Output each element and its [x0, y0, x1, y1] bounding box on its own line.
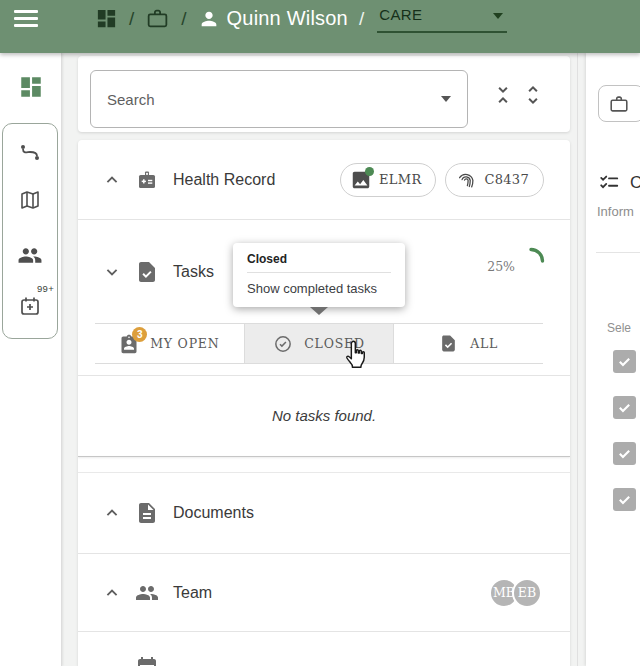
- team-avatars: MB EB: [489, 578, 542, 608]
- map-icon[interactable]: [18, 188, 42, 212]
- app-window: / / Quinn Wilson / CARE: [0, 0, 640, 666]
- tooltip-arrow-icon: [310, 307, 328, 315]
- case-button[interactable]: [598, 85, 640, 122]
- status-dot: [365, 167, 374, 176]
- chevron-down-icon[interactable]: [102, 262, 122, 282]
- dashboard-icon[interactable]: [95, 7, 118, 30]
- record-id-badge[interactable]: C8437: [445, 163, 544, 197]
- document-icon: [135, 501, 159, 525]
- tooltip: Closed Show completed tasks: [233, 243, 405, 307]
- details-description: Inform: [597, 204, 634, 219]
- chevron-up-icon[interactable]: [102, 170, 122, 190]
- checklist-icon: [598, 172, 620, 194]
- section-next-partial[interactable]: [78, 632, 570, 666]
- assignment-person-icon: 3: [119, 334, 139, 354]
- section-health-record[interactable]: Health Record ELMR C8437: [78, 140, 570, 219]
- checkbox-checked-icon[interactable]: [613, 396, 636, 419]
- tasks-filter-tabs: 3 MY OPEN CLOSED ALL: [95, 323, 543, 364]
- module-select[interactable]: CARE: [377, 4, 507, 33]
- person-icon: [198, 8, 220, 30]
- details-title: C: [630, 173, 640, 193]
- notification-count-badge: 99+: [37, 283, 54, 294]
- progress-arc-icon: [516, 246, 546, 276]
- chevron-down-icon: [441, 96, 451, 102]
- sidebar: 99+: [0, 53, 62, 666]
- pill-label: C8437: [484, 172, 529, 187]
- check-circle-icon: [273, 334, 293, 354]
- briefcase-icon[interactable]: [145, 6, 170, 31]
- module-select-value: CARE: [379, 6, 422, 23]
- calendar-add-icon[interactable]: [18, 294, 42, 318]
- tasks-progress: 25%: [487, 246, 546, 276]
- open-count-badge: 3: [132, 327, 147, 342]
- group-icon: [135, 581, 159, 605]
- section-team[interactable]: Team MB EB: [78, 554, 570, 631]
- unfold-more-icon: [521, 83, 545, 107]
- checkbox-checked-icon[interactable]: [613, 350, 636, 373]
- search-input[interactable]: Search: [90, 70, 468, 128]
- main-panel: Search Health Record: [62, 53, 578, 666]
- image-icon: [350, 169, 372, 191]
- elmr-badge[interactable]: ELMR: [340, 163, 436, 197]
- group-icon[interactable]: [18, 243, 43, 268]
- breadcrumb-separator: /: [129, 8, 134, 30]
- search-toolbar: Search: [78, 56, 570, 132]
- section-title: Documents: [173, 504, 254, 522]
- checkbox-checked-icon[interactable]: [613, 488, 636, 511]
- breadcrumb-separator: /: [181, 8, 186, 30]
- section-title: Health Record: [173, 171, 275, 189]
- tab-my-open[interactable]: 3 MY OPEN: [95, 324, 244, 363]
- menu-icon[interactable]: [14, 10, 38, 27]
- tab-closed[interactable]: CLOSED: [244, 324, 394, 363]
- patient-name: Quinn Wilson: [227, 7, 348, 30]
- select-label: Sele: [607, 321, 631, 335]
- collapse-all-button[interactable]: [491, 82, 517, 108]
- briefcase-icon: [608, 93, 630, 115]
- patient-sections: Health Record ELMR C8437: [78, 140, 570, 666]
- avatar[interactable]: EB: [512, 578, 542, 608]
- chevron-up-icon[interactable]: [102, 503, 122, 523]
- section-documents[interactable]: Documents: [78, 473, 570, 553]
- tab-all[interactable]: ALL: [393, 324, 543, 363]
- tooltip-body: Show completed tasks: [247, 281, 391, 296]
- task-icon: [135, 260, 159, 284]
- route-icon[interactable]: [18, 141, 42, 165]
- divider: [596, 252, 640, 253]
- search-placeholder: Search: [107, 91, 155, 108]
- calendar-icon: [135, 655, 159, 666]
- section-title: Team: [173, 584, 212, 602]
- app-header: / / Quinn Wilson / CARE: [0, 0, 640, 53]
- details-heading: C: [598, 172, 640, 194]
- task-icon: [439, 334, 459, 354]
- fingerprint-icon: [455, 169, 477, 191]
- panel-boundary: [78, 456, 570, 457]
- empty-message: No tasks found.: [272, 407, 376, 424]
- sidebar-item-dashboard[interactable]: [18, 74, 44, 100]
- expand-all-button[interactable]: [521, 82, 547, 108]
- chevron-down-icon: [493, 13, 503, 19]
- breadcrumb-separator: /: [359, 8, 364, 30]
- checkbox-checked-icon[interactable]: [613, 442, 636, 465]
- progress-percent: 25%: [487, 259, 515, 276]
- tasks-empty-state: No tasks found.: [78, 376, 570, 455]
- section-title: Tasks: [173, 263, 214, 281]
- sidebar-tool-group: 99+: [2, 123, 58, 339]
- pill-label: ELMR: [379, 172, 421, 187]
- tooltip-title: Closed: [247, 252, 391, 273]
- chevron-up-icon[interactable]: [102, 583, 122, 603]
- id-badge-icon: [135, 168, 159, 192]
- details-panel: C Inform Sele: [586, 53, 640, 666]
- unfold-less-icon: [491, 83, 515, 107]
